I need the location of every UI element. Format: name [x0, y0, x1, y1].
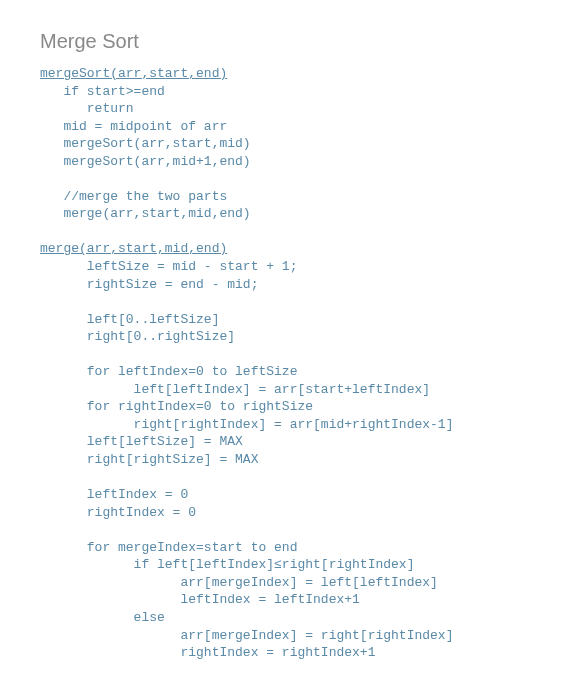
merge-body: leftSize = mid - start + 1; rightSize = … — [40, 259, 453, 660]
page-title: Merge Sort — [40, 30, 532, 53]
mergesort-signature: mergeSort(arr,start,end) — [40, 66, 227, 81]
merge-signature: merge(arr,start,mid,end) — [40, 241, 227, 256]
mergesort-body: if start>=end return mid = midpoint of a… — [40, 84, 251, 222]
pseudocode-block: mergeSort(arr,start,end) if start>=end r… — [40, 65, 532, 662]
